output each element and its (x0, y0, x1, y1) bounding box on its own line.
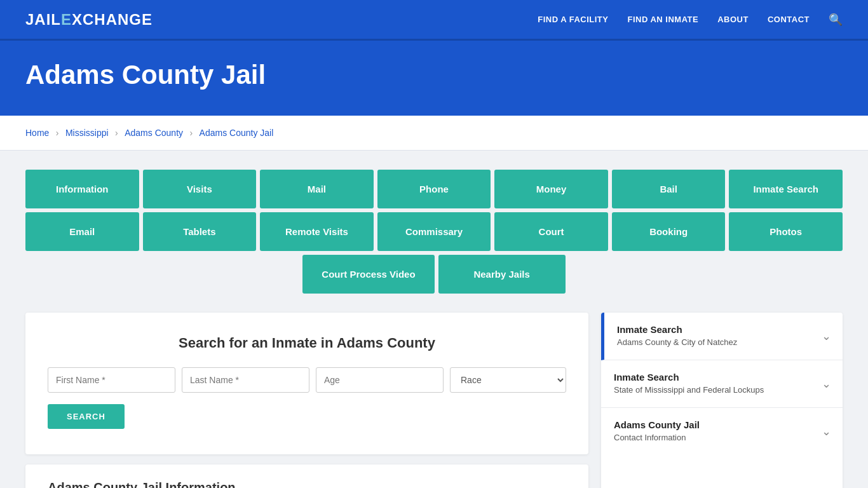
nav-find-facility[interactable]: FIND A FACILITY (538, 15, 608, 24)
breadcrumb-sep-2: › (115, 128, 118, 138)
button-grid-row1: Information Visits Mail Phone Money Bail… (25, 170, 843, 208)
logo-e: E (61, 11, 72, 28)
nav-contact[interactable]: CONTACT (768, 15, 810, 24)
search-button[interactable]: SEARCH (48, 404, 125, 429)
main-nav: FIND A FACILITY FIND AN INMATE ABOUT CON… (538, 13, 843, 27)
btn-information[interactable]: Information (25, 170, 139, 208)
sidebar-item-0-subtitle: Adams County & City of Natchez (617, 337, 830, 348)
breadcrumb-sep-3: › (189, 128, 193, 138)
main-content: Information Visits Mail Phone Money Bail… (0, 151, 868, 488)
sidebar-item-1-title: Inmate Search (614, 372, 830, 383)
nav-about[interactable]: ABOUT (717, 15, 749, 24)
search-fields: Race White Black Hispanic Asian Other (48, 367, 566, 393)
btn-mail[interactable]: Mail (260, 170, 374, 208)
btn-tablets[interactable]: Tablets (143, 212, 257, 251)
first-name-input[interactable] (48, 367, 175, 393)
button-grid-row3: Court Process Video Nearby Jails (25, 255, 843, 294)
search-panel: Search for an Inmate in Adams County Rac… (25, 313, 588, 454)
button-grid-row2: Email Tablets Remote Visits Commissary C… (25, 212, 843, 251)
btn-phone[interactable]: Phone (377, 170, 491, 208)
bottom-section: Search for an Inmate in Adams County Rac… (25, 313, 843, 488)
breadcrumb-sep-1: › (56, 128, 59, 138)
breadcrumb-home[interactable]: Home (25, 128, 49, 138)
page-title: Adams County Jail (25, 60, 843, 90)
sidebar-item-1-subtitle: State of Mississippi and Federal Lockups (614, 384, 830, 396)
btn-visits[interactable]: Visits (143, 170, 257, 208)
header: JAILEXCHANGE FIND A FACILITY FIND AN INM… (0, 0, 868, 41)
info-panel: Adams County Jail Information (25, 464, 588, 488)
race-select[interactable]: Race White Black Hispanic Asian Other (450, 367, 566, 393)
btn-booking[interactable]: Booking (612, 212, 726, 251)
logo-jail: JAIL (25, 11, 61, 28)
search-icon[interactable]: 🔍 (829, 13, 843, 27)
last-name-input[interactable] (182, 367, 309, 393)
sidebar-item-0[interactable]: Inmate Search Adams County & City of Nat… (601, 313, 843, 360)
btn-money[interactable]: Money (494, 170, 608, 208)
btn-inmate-search[interactable]: Inmate Search (729, 170, 843, 208)
sidebar-item-0-title: Inmate Search (617, 324, 830, 335)
sidebar: Inmate Search Adams County & City of Nat… (601, 313, 843, 488)
chevron-down-icon-2: ⌄ (822, 424, 831, 438)
btn-commissary[interactable]: Commissary (377, 212, 491, 251)
age-input[interactable] (316, 367, 444, 393)
logo-xchange: XCHANGE (72, 11, 153, 28)
breadcrumb-current: Adams County Jail (200, 128, 274, 138)
btn-court-process-video[interactable]: Court Process Video (302, 255, 434, 294)
btn-email[interactable]: Email (25, 212, 139, 251)
sidebar-item-1[interactable]: Inmate Search State of Mississippi and F… (601, 360, 843, 408)
hero-banner: Adams County Jail (0, 41, 868, 116)
btn-photos[interactable]: Photos (729, 212, 843, 251)
chevron-down-icon-1: ⌄ (822, 377, 831, 391)
btn-bail[interactable]: Bail (612, 170, 726, 208)
sidebar-item-2-title: Adams County Jail (614, 419, 830, 430)
breadcrumb-adams-county[interactable]: Adams County (125, 128, 183, 138)
btn-nearby-jails[interactable]: Nearby Jails (438, 255, 566, 294)
breadcrumb-mississippi[interactable]: Mississippi (65, 128, 109, 138)
sidebar-item-2-subtitle: Contact Information (614, 432, 830, 444)
logo[interactable]: JAILEXCHANGE (25, 11, 153, 29)
search-title: Search for an Inmate in Adams County (48, 335, 566, 351)
info-title: Adams County Jail Information (48, 480, 566, 488)
sidebar-item-2[interactable]: Adams County Jail Contact Information ⌄ (601, 408, 843, 455)
btn-remote-visits[interactable]: Remote Visits (260, 212, 374, 251)
btn-court[interactable]: Court (494, 212, 608, 251)
nav-find-inmate[interactable]: FIND AN INMATE (627, 15, 698, 24)
left-column: Search for an Inmate in Adams County Rac… (25, 313, 588, 488)
breadcrumb: Home › Mississippi › Adams County › Adam… (0, 116, 868, 151)
chevron-down-icon-0: ⌄ (822, 329, 831, 343)
